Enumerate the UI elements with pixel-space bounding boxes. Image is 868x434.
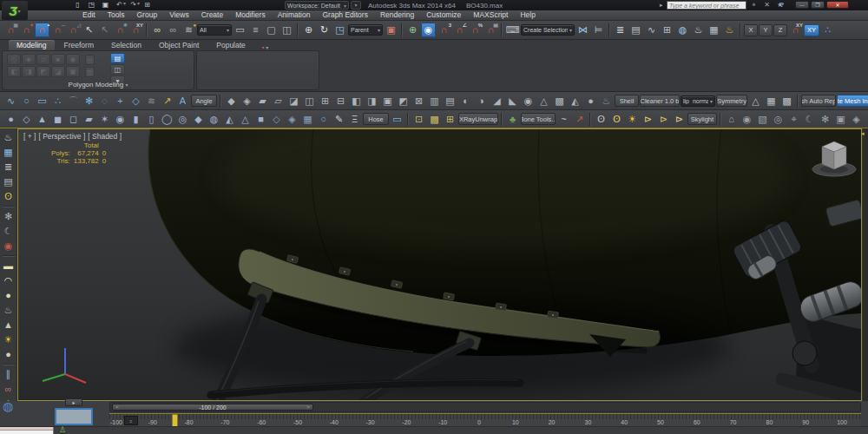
infocenter-search[interactable]	[667, 1, 746, 10]
prim-plane-icon[interactable]: ■	[253, 112, 268, 127]
schematic-view-icon[interactable]: ⊞	[660, 23, 674, 37]
use-pivot-center-icon[interactable]: ▣	[384, 23, 398, 37]
prim-pyramid-icon[interactable]: ◭	[222, 112, 237, 127]
manipulate-mode-active-icon[interactable]: ◉	[421, 23, 436, 37]
previous-frame-arrow[interactable]: <	[113, 404, 122, 410]
poly-tool-icon-24[interactable]: ●	[583, 94, 598, 108]
polygon-modeling-button-1[interactable]: ◇	[7, 54, 21, 65]
render-teapot-icon[interactable]: ♨	[1, 131, 16, 144]
prim-lattice-icon[interactable]: ◇	[269, 112, 284, 127]
text-tool-icon[interactable]: A	[175, 94, 190, 108]
axis-xy-snap-icon[interactable]: ∩XY	[788, 23, 803, 37]
layer-stack-icon[interactable]: ≋	[144, 94, 159, 108]
prim-box-icon[interactable]: ◼	[50, 112, 65, 127]
poly-tool-icon-15[interactable]: ▤	[443, 94, 457, 108]
cone-light-icon[interactable]: ▲	[1, 319, 16, 332]
move-points-icon[interactable]: +	[113, 94, 128, 108]
light-tool-icon-6[interactable]: ☾	[802, 112, 817, 127]
uv-link-icon[interactable]: ⊡	[411, 112, 426, 127]
marble-spheres-icon[interactable]: ∞	[1, 383, 16, 396]
symmetry-button[interactable]: Symmetry	[716, 95, 747, 107]
save-file-icon[interactable]: ▣	[99, 1, 112, 10]
rect-selection-region-icon[interactable]: ▢	[264, 23, 279, 37]
menu-rendering[interactable]: Rendering	[374, 10, 420, 20]
menu-views[interactable]: Views	[163, 10, 195, 20]
select-and-scale-icon[interactable]: ◳	[332, 23, 347, 37]
poly-tool-icon-18[interactable]: ◢	[490, 94, 504, 108]
application-menu-button[interactable]: Ӡ ▾	[2, 1, 28, 20]
panel-label[interactable]: Polygon Modeling ▾	[3, 81, 194, 89]
poly-tool-icon-17[interactable]: ◑	[474, 94, 489, 108]
flashlight-icon-1[interactable]: ⊳	[641, 112, 655, 127]
teapot-light-icon[interactable]: ♨	[1, 304, 16, 317]
snap-toggle-xy-icon[interactable]: ∩XY	[128, 23, 143, 37]
axis-x-button[interactable]: X	[744, 24, 758, 36]
mesh-auto-repair-button[interactable]: esh Auto Repa	[801, 95, 836, 107]
spline-arc-icon[interactable]: ⌒	[66, 94, 81, 108]
bind-to-space-warp-icon[interactable]: ≋●	[181, 23, 196, 37]
prim-box2-icon[interactable]: ◻	[66, 112, 81, 127]
diamond-points-icon[interactable]: ◇	[128, 94, 143, 108]
sun-light-icon[interactable]: ☀	[1, 333, 16, 346]
select-and-move-icon[interactable]: ⊕	[301, 23, 316, 37]
tab-freeform[interactable]: Freeform	[56, 40, 102, 50]
viewport-canvas[interactable]	[18, 129, 861, 400]
snap-3d-icon[interactable]: ∩3	[437, 23, 451, 37]
light-tool-icon-3[interactable]: ▧	[755, 112, 770, 127]
tab-modeling[interactable]: Modeling	[9, 40, 55, 50]
light-tool-icon-9[interactable]: ◈	[849, 112, 864, 127]
snap-toggle-frozen-icon[interactable]: ∩❄	[113, 23, 128, 37]
menu-group[interactable]: Group	[131, 10, 164, 20]
tab-object-paint[interactable]: Object Paint	[151, 40, 207, 50]
spring-icon[interactable]: Ξ	[347, 112, 362, 127]
prim-sphere2-icon[interactable]: ◉	[113, 112, 128, 127]
search-input[interactable]	[667, 3, 746, 10]
poly-tool-icon-1[interactable]: ◆	[224, 94, 239, 108]
listener-script-row[interactable]	[0, 431, 53, 434]
infocenter-expand-icon[interactable]: ▸	[660, 2, 663, 9]
help-icon[interactable]: ?	[776, 1, 788, 10]
new-scene-icon[interactable]: ▯	[71, 1, 84, 10]
keyboard-override-icon[interactable]: ⌨	[505, 23, 520, 37]
dome-light-icon[interactable]: ◠	[1, 274, 16, 287]
pen-icon[interactable]: ✎	[332, 112, 346, 127]
bone-tools-button[interactable]: Bone Tools...	[521, 113, 556, 125]
poly-tool-icon-11[interactable]: ▣	[380, 94, 395, 108]
coord-system-dropdown[interactable]: Parent▾	[348, 24, 383, 36]
axis-xy-button[interactable]: XY	[804, 24, 819, 36]
viewport-menu-shading[interactable]: [ Shaded ]	[88, 132, 122, 141]
snap-toggle-vertex-icon[interactable]: ∩▪	[35, 23, 49, 37]
select-object-icon[interactable]: ▭	[233, 23, 247, 37]
skylight-button[interactable]: Skylight	[687, 113, 717, 125]
poly-tool-icon-7[interactable]: ⊞	[318, 94, 332, 108]
prim-gengon-icon[interactable]: ◇	[19, 112, 34, 127]
light-tool-icon-2[interactable]: ◉	[740, 112, 754, 127]
sphere-light-icon[interactable]: ●	[1, 348, 16, 361]
circle-points-icon[interactable]: ◌	[97, 94, 112, 108]
poly-tool-icon-14[interactable]: ▥	[427, 94, 442, 108]
select-cursor-icon[interactable]: ↖	[82, 23, 96, 37]
polygon-modeling-button-7[interactable]: ◨	[22, 66, 36, 77]
viewport[interactable]: [ + ] [ Perspective ] [ Shaded ] Total P…	[17, 128, 862, 401]
panel-mode-button-2[interactable]: ◫	[110, 64, 125, 75]
snap-toggle-face-icon[interactable]: ∩◿	[66, 23, 81, 37]
vertex-dots-icon[interactable]: ∴	[50, 94, 65, 108]
redo-icon[interactable]: ↷▾	[127, 1, 140, 10]
time-slider-track[interactable]: < -100 / 200 >	[109, 402, 861, 412]
polygon-modeling-button-6[interactable]: ◧	[7, 66, 21, 77]
cleaner-button[interactable]: Cleaner 1.0 b	[640, 95, 680, 107]
prim-grid-icon[interactable]: ▦	[300, 112, 315, 127]
poly-tool-icon-20[interactable]: ◉	[521, 94, 536, 108]
axis-y-button[interactable]: Y	[759, 24, 773, 36]
menu-maxscript[interactable]: MAXScript	[467, 10, 514, 20]
spline-circle-icon[interactable]: ○	[19, 94, 34, 108]
align-icon[interactable]: ⊨	[591, 23, 606, 37]
panel-side-button-1[interactable]: ▤	[85, 55, 95, 65]
spline-line-icon[interactable]: ∿	[3, 94, 18, 108]
globe-icon[interactable]: ◍	[3, 399, 13, 413]
snap-toggle-edge-icon[interactable]: ∩─	[50, 23, 65, 37]
tab-populate[interactable]: Populate	[208, 40, 253, 50]
track-bar-mini-icon[interactable]: ≡	[124, 416, 138, 425]
graphite-toggle-icon[interactable]: ▤	[628, 23, 643, 37]
prim-tube-icon[interactable]: ▯	[144, 112, 159, 127]
